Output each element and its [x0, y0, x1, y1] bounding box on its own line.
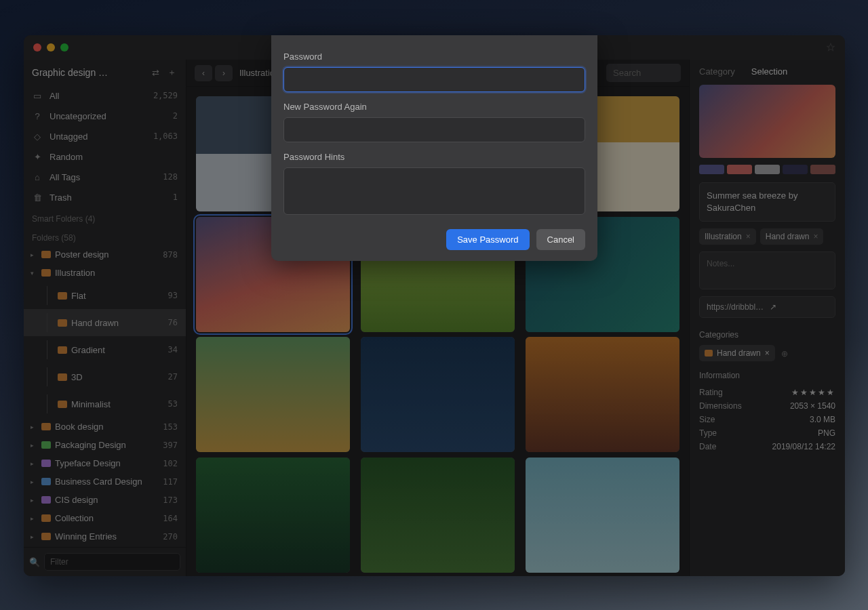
password-input[interactable] — [283, 67, 585, 92]
password-again-label: New Password Again — [283, 102, 585, 112]
cancel-button[interactable]: Cancel — [536, 229, 585, 250]
password-again-input[interactable] — [283, 117, 585, 142]
save-password-button[interactable]: Save Password — [446, 229, 529, 250]
password-hints-input[interactable] — [283, 167, 585, 215]
password-hints-label: Password Hints — [283, 152, 585, 162]
password-modal: Password New Password Again Password Hin… — [271, 35, 597, 261]
password-label: Password — [283, 52, 585, 62]
